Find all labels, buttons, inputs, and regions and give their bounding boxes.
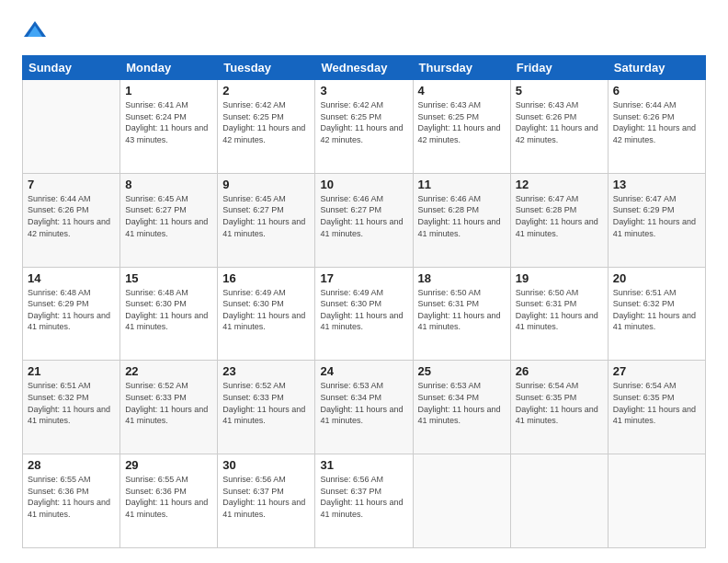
day-info: Sunrise: 6:56 AMSunset: 6:37 PMDaylight:… bbox=[320, 474, 407, 520]
day-info: Sunrise: 6:44 AMSunset: 6:26 PMDaylight:… bbox=[613, 99, 700, 145]
day-info: Sunrise: 6:49 AMSunset: 6:30 PMDaylight:… bbox=[320, 287, 407, 333]
day-info: Sunrise: 6:45 AMSunset: 6:27 PMDaylight:… bbox=[222, 193, 310, 239]
calendar-cell: 1 Sunrise: 6:41 AMSunset: 6:24 PMDayligh… bbox=[120, 80, 218, 174]
day-number: 22 bbox=[125, 364, 212, 378]
calendar-cell: 4 Sunrise: 6:43 AMSunset: 6:25 PMDayligh… bbox=[413, 80, 510, 174]
day-info: Sunrise: 6:51 AMSunset: 6:32 PMDaylight:… bbox=[613, 287, 700, 333]
day-info: Sunrise: 6:46 AMSunset: 6:27 PMDaylight:… bbox=[320, 193, 407, 239]
calendar-week-5: 28 Sunrise: 6:55 AMSunset: 6:36 PMDaylig… bbox=[23, 454, 706, 548]
day-number: 23 bbox=[222, 364, 310, 378]
day-info: Sunrise: 6:55 AMSunset: 6:36 PMDaylight:… bbox=[28, 474, 115, 520]
day-number: 24 bbox=[320, 364, 407, 378]
logo bbox=[22, 18, 51, 44]
col-header-sunday: Sunday bbox=[23, 56, 120, 80]
day-info: Sunrise: 6:44 AMSunset: 6:26 PMDaylight:… bbox=[28, 193, 115, 239]
day-number: 9 bbox=[222, 178, 310, 191]
calendar-cell: 2 Sunrise: 6:42 AMSunset: 6:25 PMDayligh… bbox=[218, 80, 315, 174]
day-info: Sunrise: 6:54 AMSunset: 6:35 PMDaylight:… bbox=[613, 380, 700, 426]
col-header-friday: Friday bbox=[510, 56, 608, 80]
calendar-cell bbox=[510, 454, 608, 548]
day-number: 28 bbox=[28, 458, 115, 472]
day-info: Sunrise: 6:50 AMSunset: 6:31 PMDaylight:… bbox=[516, 287, 603, 333]
day-number: 26 bbox=[516, 364, 603, 378]
day-number: 4 bbox=[418, 84, 506, 98]
calendar-cell: 11 Sunrise: 6:46 AMSunset: 6:28 PMDaylig… bbox=[413, 173, 510, 267]
day-info: Sunrise: 6:55 AMSunset: 6:36 PMDaylight:… bbox=[125, 474, 212, 520]
calendar-week-3: 14 Sunrise: 6:48 AMSunset: 6:29 PMDaylig… bbox=[23, 267, 706, 361]
calendar-cell: 12 Sunrise: 6:47 AMSunset: 6:28 PMDaylig… bbox=[510, 173, 608, 267]
calendar-table: SundayMondayTuesdayWednesdayThursdayFrid… bbox=[22, 55, 706, 548]
calendar-week-2: 7 Sunrise: 6:44 AMSunset: 6:26 PMDayligh… bbox=[23, 173, 706, 267]
calendar-cell: 9 Sunrise: 6:45 AMSunset: 6:27 PMDayligh… bbox=[218, 173, 315, 267]
page: SundayMondayTuesdayWednesdayThursdayFrid… bbox=[0, 0, 728, 563]
day-info: Sunrise: 6:52 AMSunset: 6:33 PMDaylight:… bbox=[125, 380, 212, 426]
day-number: 27 bbox=[613, 364, 700, 378]
calendar-cell: 22 Sunrise: 6:52 AMSunset: 6:33 PMDaylig… bbox=[120, 361, 218, 454]
day-number: 13 bbox=[613, 178, 700, 191]
day-number: 17 bbox=[320, 271, 407, 285]
day-number: 14 bbox=[28, 271, 115, 285]
calendar-cell: 8 Sunrise: 6:45 AMSunset: 6:27 PMDayligh… bbox=[120, 173, 218, 267]
day-number: 25 bbox=[418, 364, 506, 378]
calendar-cell: 10 Sunrise: 6:46 AMSunset: 6:27 PMDaylig… bbox=[315, 173, 413, 267]
day-info: Sunrise: 6:43 AMSunset: 6:25 PMDaylight:… bbox=[418, 99, 506, 145]
calendar-week-1: 1 Sunrise: 6:41 AMSunset: 6:24 PMDayligh… bbox=[23, 80, 706, 174]
calendar-cell: 15 Sunrise: 6:48 AMSunset: 6:30 PMDaylig… bbox=[120, 267, 218, 361]
calendar-cell: 30 Sunrise: 6:56 AMSunset: 6:37 PMDaylig… bbox=[218, 454, 315, 548]
calendar-cell bbox=[413, 454, 510, 548]
day-number: 30 bbox=[222, 458, 310, 472]
day-number: 12 bbox=[516, 178, 603, 191]
day-number: 20 bbox=[613, 271, 700, 285]
day-number: 10 bbox=[320, 178, 407, 191]
day-number: 3 bbox=[320, 84, 407, 98]
calendar-week-4: 21 Sunrise: 6:51 AMSunset: 6:32 PMDaylig… bbox=[23, 361, 706, 454]
calendar-cell: 21 Sunrise: 6:51 AMSunset: 6:32 PMDaylig… bbox=[23, 361, 120, 454]
day-number: 31 bbox=[320, 458, 407, 472]
day-number: 1 bbox=[125, 84, 212, 98]
calendar-cell: 28 Sunrise: 6:55 AMSunset: 6:36 PMDaylig… bbox=[23, 454, 120, 548]
day-info: Sunrise: 6:52 AMSunset: 6:33 PMDaylight:… bbox=[222, 380, 310, 426]
col-header-saturday: Saturday bbox=[608, 56, 705, 80]
day-info: Sunrise: 6:46 AMSunset: 6:28 PMDaylight:… bbox=[418, 193, 506, 239]
day-info: Sunrise: 6:56 AMSunset: 6:37 PMDaylight:… bbox=[222, 474, 310, 520]
calendar-cell: 20 Sunrise: 6:51 AMSunset: 6:32 PMDaylig… bbox=[608, 267, 705, 361]
calendar-cell: 7 Sunrise: 6:44 AMSunset: 6:26 PMDayligh… bbox=[23, 173, 120, 267]
day-number: 8 bbox=[125, 178, 212, 191]
day-number: 21 bbox=[28, 364, 115, 378]
day-info: Sunrise: 6:47 AMSunset: 6:29 PMDaylight:… bbox=[613, 193, 700, 239]
day-number: 15 bbox=[125, 271, 212, 285]
calendar-cell: 6 Sunrise: 6:44 AMSunset: 6:26 PMDayligh… bbox=[608, 80, 705, 174]
calendar-cell: 17 Sunrise: 6:49 AMSunset: 6:30 PMDaylig… bbox=[315, 267, 413, 361]
col-header-tuesday: Tuesday bbox=[218, 56, 315, 80]
calendar-cell: 27 Sunrise: 6:54 AMSunset: 6:35 PMDaylig… bbox=[608, 361, 705, 454]
calendar-header-row: SundayMondayTuesdayWednesdayThursdayFrid… bbox=[23, 56, 706, 80]
day-info: Sunrise: 6:48 AMSunset: 6:29 PMDaylight:… bbox=[28, 287, 115, 333]
day-number: 6 bbox=[613, 84, 700, 98]
day-info: Sunrise: 6:51 AMSunset: 6:32 PMDaylight:… bbox=[28, 380, 115, 426]
day-info: Sunrise: 6:47 AMSunset: 6:28 PMDaylight:… bbox=[516, 193, 603, 239]
day-info: Sunrise: 6:48 AMSunset: 6:30 PMDaylight:… bbox=[125, 287, 212, 333]
calendar-cell: 24 Sunrise: 6:53 AMSunset: 6:34 PMDaylig… bbox=[315, 361, 413, 454]
calendar-cell: 31 Sunrise: 6:56 AMSunset: 6:37 PMDaylig… bbox=[315, 454, 413, 548]
day-info: Sunrise: 6:42 AMSunset: 6:25 PMDaylight:… bbox=[320, 99, 407, 145]
day-info: Sunrise: 6:43 AMSunset: 6:26 PMDaylight:… bbox=[516, 99, 603, 145]
day-info: Sunrise: 6:53 AMSunset: 6:34 PMDaylight:… bbox=[320, 380, 407, 426]
col-header-monday: Monday bbox=[120, 56, 218, 80]
header bbox=[22, 18, 706, 44]
calendar-cell bbox=[608, 454, 705, 548]
calendar-cell: 29 Sunrise: 6:55 AMSunset: 6:36 PMDaylig… bbox=[120, 454, 218, 548]
day-info: Sunrise: 6:50 AMSunset: 6:31 PMDaylight:… bbox=[418, 287, 506, 333]
calendar-cell: 18 Sunrise: 6:50 AMSunset: 6:31 PMDaylig… bbox=[413, 267, 510, 361]
logo-icon bbox=[22, 18, 48, 44]
day-number: 29 bbox=[125, 458, 212, 472]
day-info: Sunrise: 6:41 AMSunset: 6:24 PMDaylight:… bbox=[125, 99, 212, 145]
calendar-cell: 25 Sunrise: 6:53 AMSunset: 6:34 PMDaylig… bbox=[413, 361, 510, 454]
calendar-cell: 13 Sunrise: 6:47 AMSunset: 6:29 PMDaylig… bbox=[608, 173, 705, 267]
calendar-cell: 23 Sunrise: 6:52 AMSunset: 6:33 PMDaylig… bbox=[218, 361, 315, 454]
day-number: 2 bbox=[222, 84, 310, 98]
calendar-cell: 3 Sunrise: 6:42 AMSunset: 6:25 PMDayligh… bbox=[315, 80, 413, 174]
day-info: Sunrise: 6:49 AMSunset: 6:30 PMDaylight:… bbox=[222, 287, 310, 333]
day-info: Sunrise: 6:45 AMSunset: 6:27 PMDaylight:… bbox=[125, 193, 212, 239]
calendar-cell: 26 Sunrise: 6:54 AMSunset: 6:35 PMDaylig… bbox=[510, 361, 608, 454]
day-number: 18 bbox=[418, 271, 506, 285]
